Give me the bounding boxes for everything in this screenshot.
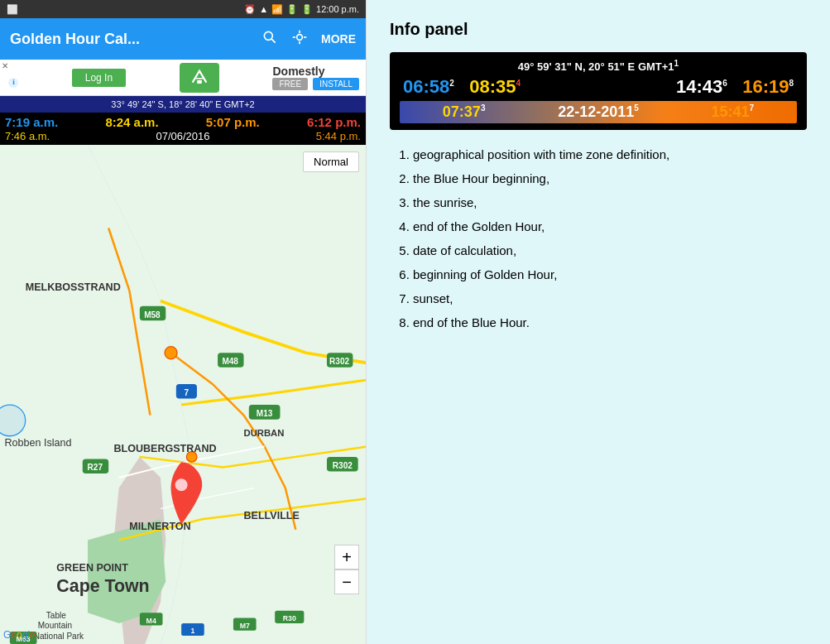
time-3: 5:07 p.m. <box>206 115 260 129</box>
ad-close-button[interactable]: ✕ <box>2 61 8 70</box>
phone-container: ⬜ ⏰ ▲ 📶 🔋 🔋 12:00 p.m. Golden Hour Cal..… <box>0 0 367 644</box>
info-t5: 07:37 <box>443 103 481 120</box>
window-icon: ⬜ <box>7 4 18 15</box>
svg-point-55 <box>0 405 26 436</box>
zoom-out-button[interactable]: − <box>334 570 359 594</box>
status-bar-right: ⏰ ▲ 📶 🔋 🔋 12:00 p.m. <box>244 4 359 15</box>
info-panel: Info panel 49° 59' 31" N, 20° 51" E GMT+… <box>367 0 830 644</box>
zoom-in-button[interactable]: + <box>334 545 359 570</box>
info-coords-row: 49° 59' 31" N, 20° 51" E GMT+11 <box>400 59 797 73</box>
svg-text:M58: M58 <box>144 310 161 320</box>
wifi-icon: ▲ <box>259 4 268 14</box>
list-item: date of calculation, <box>413 239 807 262</box>
svg-rect-9 <box>197 79 202 83</box>
time-6: 5:44 p.m. <box>316 130 361 142</box>
ad-free-label: FREE <box>272 78 308 90</box>
location-icon[interactable] <box>291 29 308 50</box>
info-t3-sup: 6 <box>722 79 727 88</box>
svg-text:R30: R30 <box>283 614 296 622</box>
info-t6-sup: 5 <box>634 103 639 113</box>
map-container: Normal <box>0 145 366 644</box>
info-t4-sup: 8 <box>789 79 794 88</box>
alarm-icon: ⏰ <box>244 4 256 15</box>
info-times-row-1: 06:582 08:354 14:436 16:198 <box>400 76 797 98</box>
svg-line-1 <box>271 38 276 42</box>
svg-point-54 <box>175 478 188 491</box>
svg-text:1: 1 <box>190 627 194 635</box>
info-t1-sup: 2 <box>449 79 454 88</box>
svg-text:BELLVILLE: BELLVILLE <box>243 510 299 521</box>
time-2: 8:24 a.m. <box>105 115 158 129</box>
time-bar: 7:19 a.m. 8:24 a.m. 5:07 p.m. 6:12 p.m. … <box>0 113 366 145</box>
ad-logo <box>180 63 219 93</box>
info-t3: 14:43 <box>676 76 722 97</box>
svg-text:R302: R302 <box>333 461 353 470</box>
time-4: 6:12 p.m. <box>307 115 361 129</box>
time-1: 7:19 a.m. <box>5 115 58 129</box>
location-info-bar: 33° 49' 24" S, 18° 28' 40" E GMT+2 <box>0 96 366 113</box>
info-list-container: geographical position with time zone def… <box>390 143 807 335</box>
list-item: end of the Golden Hour, <box>413 215 807 238</box>
ad-info-button[interactable]: ℹ <box>8 78 18 88</box>
battery-percent: 🔋 <box>286 4 298 15</box>
svg-text:M13: M13 <box>257 409 273 418</box>
svg-text:R27: R27 <box>88 463 103 472</box>
list-item: the Blue Hour beginning, <box>413 167 807 190</box>
time-display: 12:00 p.m. <box>316 4 359 14</box>
google-logo: Google <box>3 629 36 641</box>
info-t7: 15:41 <box>712 103 750 120</box>
info-times-row-2: 07:373 22-12-20115 15:417 <box>400 101 797 123</box>
ad-install-button[interactable]: INSTALL <box>313 78 359 90</box>
list-item: sunset, <box>413 287 807 310</box>
info-coords: 49° 59' 31" N, 20° 51" E GMT+1 <box>518 60 674 73</box>
location-coords: 33° 49' 24" S, 18° 28' 40" E GMT+2 <box>111 99 254 109</box>
search-icon[interactable] <box>261 29 278 50</box>
info-t6: 22-12-2011 <box>558 103 634 120</box>
app-icons: MORE <box>261 29 356 50</box>
zoom-controls: + − <box>334 545 359 594</box>
svg-text:MELKBOSSTRAND: MELKBOSSTRAND <box>26 281 121 293</box>
svg-point-2 <box>297 34 303 40</box>
ad-banner: ✕ ℹ Log In Domestly FREE INSTALL <box>0 60 366 96</box>
ad-brand: Domestly FREE INSTALL <box>272 65 359 90</box>
svg-text:Cape Town: Cape Town <box>56 576 149 596</box>
info-t5-sup: 3 <box>481 103 486 113</box>
list-item: beginning of Golden Hour, <box>413 263 807 286</box>
svg-text:7: 7 <box>185 388 190 397</box>
svg-text:R302: R302 <box>329 357 349 366</box>
list-item: the sunrise, <box>413 191 807 214</box>
more-button[interactable]: MORE <box>321 32 356 46</box>
app-header: Golden Hour Cal... MORE <box>0 18 366 60</box>
svg-text:Robben Island: Robben Island <box>5 437 72 449</box>
svg-text:Mountain: Mountain <box>38 621 72 630</box>
map-mode-button[interactable]: Normal <box>303 151 359 172</box>
time-5: 7:46 a.m. <box>5 130 50 142</box>
svg-text:Table: Table <box>46 611 66 620</box>
svg-text:National Park: National Park <box>34 632 84 641</box>
svg-text:BLOUBERGSTRAND: BLOUBERGSTRAND <box>113 443 216 454</box>
login-button[interactable]: Log In <box>72 69 126 87</box>
status-bar-left: ⬜ <box>7 4 18 15</box>
info-display-box: 49° 59' 31" N, 20° 51" E GMT+11 06:582 0… <box>390 52 807 130</box>
svg-text:M4: M4 <box>146 617 156 625</box>
svg-text:M48: M48 <box>222 357 238 366</box>
info-t1: 06:58 <box>403 76 449 97</box>
info-coords-sup: 1 <box>674 59 679 68</box>
svg-point-11 <box>165 347 177 359</box>
ad-action-buttons: FREE INSTALL <box>272 78 359 90</box>
info-t2-sup: 4 <box>516 79 521 88</box>
svg-text:GREEN POINT: GREEN POINT <box>56 562 128 574</box>
list-item: end of the Blue Hour. <box>413 311 807 334</box>
time-row-1: 7:19 a.m. 8:24 a.m. 5:07 p.m. 6:12 p.m. <box>5 115 361 129</box>
info-panel-title: Info panel <box>390 20 807 39</box>
signal-icon: 📶 <box>271 4 283 15</box>
svg-text:DURBAN: DURBAN <box>243 428 284 438</box>
list-item: geographical position with time zone def… <box>413 143 807 166</box>
time-row-2: 7:46 a.m. 07/06/2016 5:44 p.m. <box>5 130 361 142</box>
battery-icon: 🔋 <box>301 4 313 15</box>
info-t7-sup: 7 <box>750 103 755 113</box>
svg-text:M7: M7 <box>240 622 250 630</box>
map-area[interactable]: M58 R27 7 M48 M13 R302 R302 MELKBOSSTRAN… <box>0 145 366 644</box>
info-t4: 16:19 <box>742 76 789 97</box>
date-display: 07/06/2016 <box>156 130 209 142</box>
